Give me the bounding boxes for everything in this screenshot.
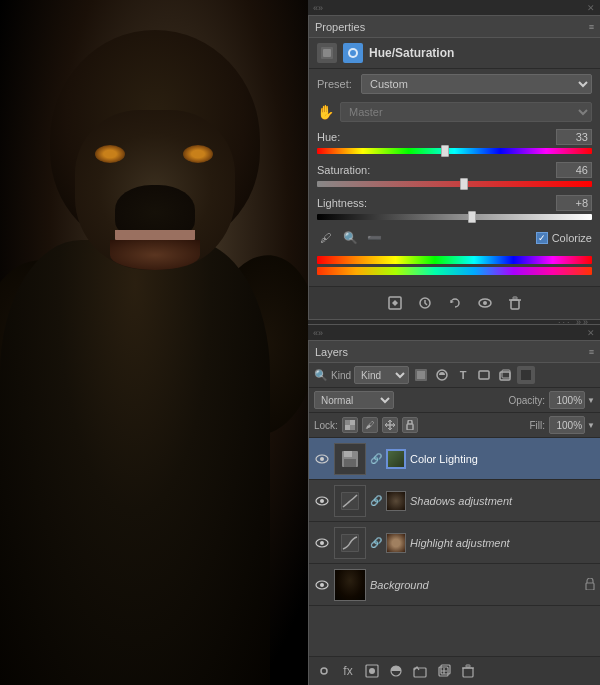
saturation-thumb[interactable] [460, 178, 468, 190]
history-icon [417, 295, 433, 311]
hand-icon[interactable]: ✋ [317, 104, 334, 120]
properties-controls: ≡ [589, 22, 594, 32]
properties-header: Properties ≡ [309, 16, 600, 38]
link-layers-btn[interactable] [314, 661, 334, 681]
fill-input[interactable] [549, 416, 585, 434]
add-mask-icon [365, 664, 379, 678]
color-filter-btn[interactable] [517, 366, 535, 384]
kind-select[interactable]: Kind Name Effect Mode Attribute Color Sm… [354, 366, 409, 384]
curves2-icon [340, 533, 360, 553]
colorize-row: 🖋 🔍 ➖ ✓ Colorize [309, 224, 600, 252]
channel-select[interactable]: Master Reds Yellows Greens Cyans Blues M… [340, 102, 592, 122]
layer-mask-1 [386, 449, 406, 469]
close-icon[interactable]: ✕ [587, 3, 595, 13]
hs-icon-btn-2[interactable] [343, 43, 363, 63]
lock-pixels-btn[interactable] [342, 417, 358, 433]
svg-rect-18 [350, 420, 355, 425]
lightness-thumb[interactable] [468, 211, 476, 223]
history-icon-btn[interactable] [414, 292, 436, 314]
adjustment-btn-icon [389, 664, 403, 678]
eye-btn-1[interactable] [314, 451, 330, 467]
opacity-control: ▼ [549, 391, 595, 409]
mask-icon-btn[interactable] [384, 292, 406, 314]
lock-all-btn[interactable] [402, 417, 418, 433]
reset-icon-btn[interactable] [444, 292, 466, 314]
svg-rect-8 [511, 300, 519, 309]
smartobj-icon [498, 368, 512, 382]
opacity-input[interactable] [549, 391, 585, 409]
trash-icon-btn[interactable] [504, 292, 526, 314]
eyedropper-btn-2[interactable]: 🔍 [341, 229, 359, 247]
new-layer-icon [437, 664, 451, 678]
hue-value[interactable]: 33 [556, 129, 592, 145]
trash-icon [507, 295, 523, 311]
layers-list: 🔗 Color Lighting [309, 438, 600, 656]
eye-icon-4 [315, 580, 329, 590]
svg-rect-24 [344, 451, 352, 457]
hue-slider-row: Hue: 33 [309, 125, 600, 158]
channel-row: ✋ Master Reds Yellows Greens Cyans Blues… [309, 99, 600, 125]
add-adjustment-btn[interactable] [386, 661, 406, 681]
search-icon: 🔍 [314, 369, 328, 382]
collapse-icon[interactable]: «» [313, 3, 323, 13]
eyedropper-btn-1[interactable]: 🖋 [317, 229, 335, 247]
delete-layer-btn[interactable] [458, 661, 478, 681]
pixel-filter-btn[interactable] [412, 366, 430, 384]
layer-item-background[interactable]: Background [309, 564, 600, 606]
layers-close-icon[interactable]: ✕ [587, 328, 595, 338]
smartobj-filter-btn[interactable] [496, 366, 514, 384]
add-style-btn[interactable]: fx [338, 661, 358, 681]
svg-rect-36 [586, 583, 594, 590]
add-mask-btn[interactable] [362, 661, 382, 681]
colorize-checkmark[interactable]: ✓ [536, 232, 548, 244]
layer-thumb-3 [334, 527, 366, 559]
saturation-value[interactable]: 46 [556, 162, 592, 178]
eye-btn-3[interactable] [314, 535, 330, 551]
eyedropper-btn-3[interactable]: ➖ [365, 229, 383, 247]
layers-filter-toolbar: 🔍 Kind Kind Name Effect Mode Attribute C… [309, 363, 600, 388]
svg-rect-43 [463, 668, 473, 677]
canvas-area [0, 0, 308, 685]
svg-point-27 [320, 499, 324, 503]
lock-position-btn[interactable] [382, 417, 398, 433]
lock-fill-row: Lock: 🖌 [309, 413, 600, 438]
lightness-track[interactable] [317, 214, 592, 220]
floppy-icon [340, 449, 360, 469]
lightness-value[interactable]: +8 [556, 195, 592, 211]
properties-menu-icon[interactable]: ≡ [589, 22, 594, 32]
type-filter-btn[interactable]: T [454, 366, 472, 384]
hue-thumb[interactable] [441, 145, 449, 157]
opacity-arrow[interactable]: ▼ [587, 396, 595, 405]
fx-icon: fx [343, 664, 352, 678]
svg-rect-40 [414, 668, 426, 677]
color-bars [309, 252, 600, 286]
link-icon-2: 🔗 [370, 495, 382, 506]
new-layer-btn[interactable] [434, 661, 454, 681]
group-layers-btn[interactable] [410, 661, 430, 681]
hs-icon-btn-1[interactable] [317, 43, 337, 63]
fill-arrow[interactable]: ▼ [587, 421, 595, 430]
preset-select[interactable]: Custom Default Cyanotype Sepia [361, 74, 592, 94]
saturation-track[interactable] [317, 181, 592, 187]
circle-icon [346, 46, 360, 60]
svg-point-38 [369, 668, 375, 674]
layers-collapse-icon[interactable]: «» [313, 328, 323, 338]
hue-track[interactable] [317, 148, 592, 154]
eye-btn-2[interactable] [314, 493, 330, 509]
svg-point-7 [483, 301, 487, 305]
lock-brush-btn[interactable]: 🖌 [362, 417, 378, 433]
visibility-icon-btn[interactable] [474, 292, 496, 314]
layer-item-highlight[interactable]: 🔗 Highlight adjustment [309, 522, 600, 564]
layer-item-color-lighting[interactable]: 🔗 Color Lighting [309, 438, 600, 480]
eye-btn-4[interactable] [314, 577, 330, 593]
layer-item-shadows[interactable]: 🔗 Shadows adjustment [309, 480, 600, 522]
layer-name-4: Background [370, 579, 581, 591]
blend-mode-select[interactable]: Normal Dissolve Multiply Screen Overlay [314, 391, 394, 409]
link-btn-icon [317, 664, 331, 678]
layers-menu-icon[interactable]: ≡ [589, 347, 594, 357]
adjustment-filter-btn[interactable] [433, 366, 451, 384]
adjustment-icon [435, 368, 449, 382]
shape-filter-btn[interactable] [475, 366, 493, 384]
link-icon-3: 🔗 [370, 537, 382, 548]
properties-title-area: Properties [315, 21, 365, 33]
